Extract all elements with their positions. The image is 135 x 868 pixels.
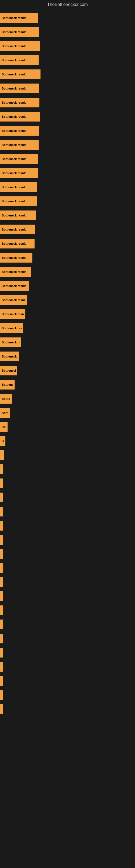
result-bar: Bottleneck result bbox=[0, 267, 31, 277]
result-bar: Bottleneck result bbox=[0, 450, 4, 460]
bar-label: Bottleneck result bbox=[2, 115, 26, 118]
result-bar: Bottleneck result bbox=[0, 337, 21, 347]
bar-label: Bottleneck result bbox=[2, 172, 26, 175]
result-bar bbox=[0, 563, 3, 573]
bar-label: Bottleneck result bbox=[2, 327, 21, 330]
result-bar: Bottleneck result bbox=[0, 112, 40, 122]
result-bar: Bottleneck result bbox=[0, 126, 39, 135]
result-bar bbox=[0, 549, 3, 559]
bar-label: Bottleneck result bbox=[2, 143, 26, 147]
result-bar: Bottleneck result bbox=[0, 27, 39, 37]
result-bar: Bottleneck result bbox=[0, 168, 38, 178]
bar-label: Bottleneck result bbox=[2, 369, 16, 372]
result-bar bbox=[0, 606, 3, 615]
result-bar: Bottleneck result bbox=[0, 323, 23, 333]
bar-label: Bottleneck result bbox=[2, 101, 26, 104]
bar-label: Bottleneck result bbox=[2, 411, 8, 414]
bar-row bbox=[0, 504, 135, 519]
bar-label: Bottleneck result bbox=[2, 157, 26, 161]
bar-label: Bottleneck result bbox=[2, 454, 2, 457]
bar-label: Bottleneck result bbox=[2, 16, 26, 20]
result-bar: Bottleneck result bbox=[0, 182, 37, 192]
bar-row: Bottleneck result bbox=[0, 208, 135, 222]
bar-row: Bottleneck result bbox=[0, 166, 135, 180]
result-bar: Bottleneck result bbox=[0, 366, 17, 375]
bar-row bbox=[0, 533, 135, 547]
bar-row bbox=[0, 646, 135, 660]
bar-row: Bottleneck result bbox=[0, 82, 135, 95]
bar-row bbox=[0, 631, 135, 646]
bar-label: Bottleneck result bbox=[2, 355, 17, 358]
result-bar: Bottleneck result bbox=[0, 84, 39, 93]
bar-row: Bottleneck result bbox=[0, 95, 135, 110]
bar-row: Bottleneck result bbox=[0, 448, 135, 462]
bar-row bbox=[0, 603, 135, 617]
result-bar bbox=[0, 591, 3, 601]
result-bar: Bottleneck result bbox=[0, 55, 39, 65]
bar-row: Bottleneck result bbox=[0, 293, 135, 307]
bar-row bbox=[0, 617, 135, 631]
bar-label: Bottleneck result bbox=[2, 228, 26, 231]
bar-label: Bottleneck result bbox=[2, 256, 26, 259]
result-bar bbox=[0, 620, 3, 629]
bar-row: Bottleneck result bbox=[0, 251, 135, 265]
bar-row: Bottleneck result bbox=[0, 25, 135, 39]
bar-row: Bottleneck result bbox=[0, 406, 135, 420]
result-bar: Bottleneck result bbox=[0, 351, 19, 361]
bar-row: Bottleneck result bbox=[0, 110, 135, 124]
result-bar: Bottleneck result bbox=[0, 98, 39, 107]
bar-row: Bottleneck result bbox=[0, 265, 135, 279]
result-bar: Bottleneck result bbox=[0, 464, 3, 474]
result-bar bbox=[0, 690, 3, 700]
result-bar: Bottleneck result bbox=[0, 408, 10, 418]
bar-label: Bottleneck result bbox=[2, 199, 26, 203]
result-bar: Bottleneck result bbox=[0, 239, 35, 248]
result-bar bbox=[0, 704, 3, 714]
result-bar: Bottleneck result bbox=[0, 13, 38, 23]
bar-row bbox=[0, 688, 135, 702]
bar-label: Bottleneck result bbox=[2, 299, 26, 302]
bars-container: Bottleneck resultBottleneck resultBottle… bbox=[0, 8, 135, 716]
bar-row: Bottleneck result bbox=[0, 237, 135, 251]
bar-row: Bottleneck result bbox=[0, 124, 135, 138]
bar-label: Bottleneck result bbox=[2, 44, 26, 48]
bar-row: Bottleneck result bbox=[0, 180, 135, 194]
bar-label: Bottleneck result bbox=[2, 425, 6, 429]
bar-row bbox=[0, 547, 135, 561]
result-bar bbox=[0, 662, 3, 672]
result-bar: Bottleneck result bbox=[0, 436, 5, 446]
result-bar bbox=[0, 648, 3, 657]
result-bar: Bottleneck result bbox=[0, 69, 41, 79]
bar-label: Bottleneck result bbox=[2, 214, 26, 217]
result-bar: Bottleneck result bbox=[0, 211, 36, 220]
bar-row bbox=[0, 490, 135, 504]
bar-label: Bottleneck result bbox=[2, 439, 4, 443]
bar-row: Bottleneck result bbox=[0, 222, 135, 237]
bar-label: Bottleneck result bbox=[2, 284, 26, 287]
bar-row: Bottleneck result bbox=[0, 349, 135, 364]
bar-label: Bottleneck result bbox=[2, 312, 24, 316]
bar-row bbox=[0, 575, 135, 589]
result-bar: Bottleneck result bbox=[0, 253, 32, 262]
result-bar: Bottleneck result bbox=[0, 309, 26, 319]
bar-row: Bottleneck result bbox=[0, 335, 135, 349]
result-bar bbox=[0, 633, 3, 643]
bar-label: Bottleneck result bbox=[2, 341, 19, 344]
bar-row bbox=[0, 589, 135, 603]
bar-row: Bottleneck result bbox=[0, 67, 135, 82]
bar-row: Bottleneck result bbox=[0, 476, 135, 490]
result-bar bbox=[0, 521, 3, 531]
result-bar bbox=[0, 507, 3, 517]
bar-label: Bottleneck result bbox=[2, 383, 13, 386]
bar-row: Bottleneck result bbox=[0, 420, 135, 434]
bar-label: Bottleneck result bbox=[2, 129, 26, 132]
bar-row bbox=[0, 561, 135, 575]
bar-row: Bottleneck result bbox=[0, 39, 135, 53]
result-bar: Bottleneck result bbox=[0, 295, 27, 305]
bar-row: Bottleneck result bbox=[0, 321, 135, 335]
bar-label: Bottleneck result bbox=[2, 30, 26, 34]
result-bar bbox=[0, 535, 3, 545]
bar-label: Bottleneck result bbox=[2, 73, 26, 76]
bar-row: Bottleneck result bbox=[0, 434, 135, 448]
result-bar: Bottleneck result bbox=[0, 422, 8, 432]
